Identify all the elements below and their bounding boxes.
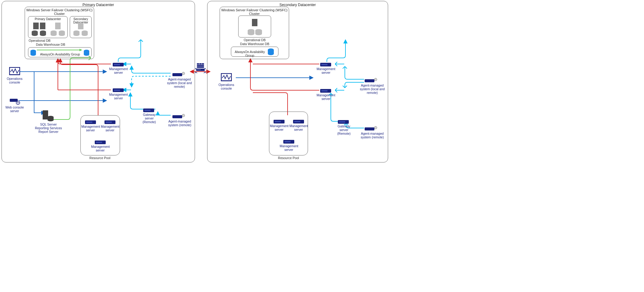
secondary-title: Secondary Datacenter (207, 3, 388, 7)
opconsole-label: Operations console (5, 77, 24, 84)
rack-icon (338, 120, 349, 124)
svg-rect-91 (275, 121, 281, 122)
opdb-s: Operational DB (238, 38, 271, 42)
svg-rect-62 (86, 122, 92, 123)
secondary-datacenter: Secondary Datacenter Windows Server Fail… (207, 1, 388, 162)
rp-m3: Management server (91, 145, 109, 152)
rack-gear-icon (172, 114, 185, 119)
rack-icon (320, 63, 331, 66)
mgmt-label-2: Management server (108, 93, 129, 100)
sd-inner (238, 16, 271, 37)
monitor-icon (9, 67, 20, 76)
ag-box-p: AlwaysOn Availability Group (28, 47, 92, 57)
wsfc-title-s: Windows Server Failover Clustering (WSFC… (220, 8, 289, 16)
svg-rect-19 (55, 23, 61, 29)
rack-gear-icon (365, 78, 377, 83)
server-db-icon (31, 22, 48, 37)
svg-rect-58 (172, 115, 182, 118)
rack-icon (113, 63, 124, 66)
rack-icon (143, 109, 154, 112)
svg-point-89 (375, 127, 376, 128)
svg-rect-50 (114, 64, 120, 65)
rack-icon (274, 120, 285, 123)
svg-rect-11 (33, 23, 39, 29)
rp-label-p: Resource Pool (88, 156, 112, 160)
svg-point-29 (73, 34, 80, 36)
svg-point-32 (82, 34, 88, 36)
webconsole-label: Web console server (5, 105, 24, 113)
svg-rect-64 (106, 122, 112, 123)
svg-point-8 (197, 69, 198, 70)
rp-m1: Management server (81, 125, 100, 132)
svg-point-70 (248, 33, 254, 35)
monitor-icon (221, 73, 232, 82)
svg-point-18 (40, 34, 46, 36)
server-db-icon-grey (50, 22, 66, 37)
primary-datacenter: Primary Datacenter Windows Server Failov… (2, 1, 195, 162)
svg-point-73 (255, 33, 262, 35)
rp-s3: Management server (280, 144, 298, 151)
svg-rect-26 (78, 23, 83, 29)
svg-rect-53 (172, 73, 182, 76)
gateway-s: Gateway server (Remote) (333, 124, 355, 135)
wsfc-title-p: Windows Server Failover Clustering (WSFC… (25, 8, 94, 16)
rack-icon (113, 88, 124, 92)
ams-local-s: Agent-managed system (local and remote) (359, 84, 385, 94)
svg-point-15 (32, 34, 38, 36)
svg-point-9 (199, 69, 199, 70)
svg-rect-95 (285, 141, 291, 142)
svg-rect-86 (339, 121, 345, 123)
svg-point-38 (84, 53, 89, 56)
rack-icon (95, 141, 106, 144)
svg-rect-45 (43, 110, 48, 119)
svg-point-48 (48, 119, 54, 121)
svg-point-84 (375, 79, 376, 80)
svg-rect-81 (321, 90, 327, 91)
db-icon (83, 49, 90, 56)
svg-rect-52 (114, 90, 120, 91)
svg-point-60 (183, 115, 184, 116)
ag-label-p: AlwaysOn Availability Group (39, 52, 81, 56)
rack-icon (320, 89, 331, 93)
svg-rect-1 (197, 63, 204, 68)
svg-rect-67 (252, 19, 257, 26)
wsfc-secondary: Windows Server Failover Clustering (WSFC… (220, 7, 289, 59)
rack-icon (283, 140, 294, 144)
ag-label-s: AlwaysOn Availability Group (232, 50, 267, 57)
svg-point-10 (200, 69, 200, 70)
rack-icon (293, 120, 304, 123)
rack-gear-icon (365, 126, 377, 131)
svg-rect-87 (365, 127, 374, 130)
rp-s2: Management server (289, 124, 308, 131)
svg-point-22 (51, 34, 57, 36)
svg-rect-93 (294, 121, 300, 122)
ag-box-s: AlwaysOn Availability Group (231, 47, 278, 57)
opdb-label: Operational DB (29, 39, 65, 42)
resource-pool-s: Management server Management server Mana… (269, 112, 308, 155)
pd-cell: Primary Datacenter (28, 16, 68, 38)
mgmt-s1: Management server (316, 67, 336, 74)
svg-rect-66 (96, 142, 102, 143)
primary-title: Primary Datacenter (2, 3, 195, 7)
svg-point-35 (30, 53, 36, 56)
resource-pool-p: Management server Management server Mana… (80, 115, 120, 155)
dwdb-label: Data Warehouse DB (36, 43, 79, 46)
svg-point-55 (183, 73, 184, 74)
svg-point-25 (59, 34, 65, 36)
server-tower-icon (41, 110, 54, 122)
svg-point-76 (268, 52, 274, 55)
ams-remote-s: Agent-managed system (remote) (359, 132, 385, 139)
opconsole-s: Operations console (217, 83, 236, 90)
svg-rect-12 (40, 23, 45, 29)
mgmt-s2: Management server (316, 93, 336, 101)
rack-gear-icon (172, 72, 185, 77)
ssrs-label: SQL Server Reporting Services Report Ser… (35, 123, 62, 134)
rack-icon (104, 120, 115, 124)
rp-s1: Management server (270, 124, 288, 131)
ams-remote-label: Agent-managed system (remote) (168, 119, 192, 127)
db-icon (267, 48, 274, 55)
arrow-icon (37, 48, 84, 52)
firewall-icon (195, 62, 206, 75)
wsfc-primary: Windows Server Failover Clustering (WSFC… (25, 7, 94, 59)
web-server-icon (10, 99, 20, 105)
